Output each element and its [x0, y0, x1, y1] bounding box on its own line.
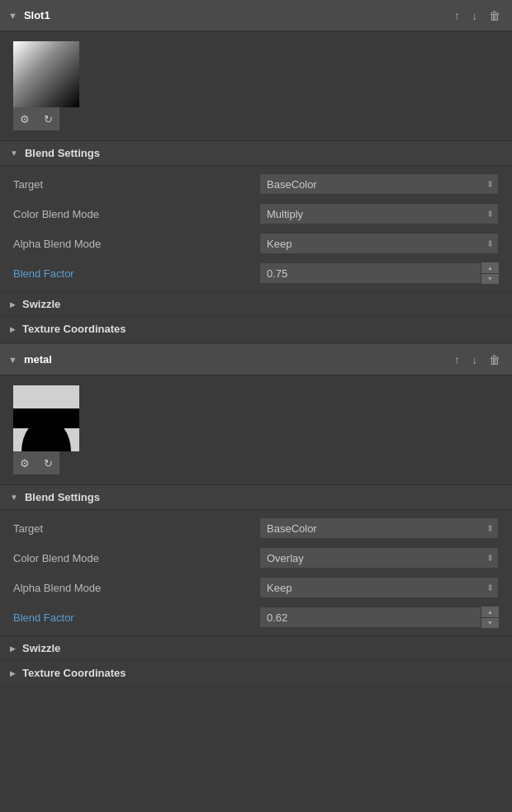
metal-color-blend-label: Color Blend Mode — [13, 552, 259, 564]
metal-target-label: Target — [13, 522, 259, 535]
metal-alpha-blend-control: Keep ⬍ — [259, 577, 499, 598]
metal-blend-factor-input[interactable] — [259, 607, 499, 628]
metal-blend-settings-header[interactable]: ▼ Blend Settings — [0, 484, 512, 510]
slot1-blend-settings-header[interactable]: ▼ Blend Settings — [0, 140, 512, 166]
metal-thumbnail-block: ⚙ ↻ — [13, 385, 79, 474]
slot1-container: ▼ Slot1 ↑ ↓ 🗑 ⚙ ↻ ▼ Blend Settings Targe… — [0, 0, 512, 341]
slot1-blend-factor-input[interactable] — [259, 262, 499, 284]
metal-texture-coords-chevron: ▶ — [10, 669, 16, 677]
metal-blend-factor-up-button[interactable] — [481, 607, 499, 618]
metal-blend-factor-row: Blend Factor — [0, 602, 512, 632]
metal-thumbnail-area: ⚙ ↻ — [0, 375, 512, 484]
slot1-target-control: BaseColor ⬍ — [259, 173, 499, 195]
slot1-swizzle-section[interactable]: ▶ Swizzle — [0, 291, 512, 316]
slot1-blend-factor-num-wrapper — [259, 262, 499, 284]
slot1-alpha-blend-select[interactable]: Keep — [259, 233, 499, 254]
slot1-blend-settings-chevron: ▼ — [10, 149, 18, 158]
slot1-alpha-blend-select-wrapper: Keep ⬍ — [259, 233, 499, 254]
metal-refresh-icon-button[interactable]: ↻ — [36, 451, 59, 474]
slot1-thumb-icons: ⚙ ↻ — [13, 107, 79, 130]
metal-color-blend-select-wrapper: Overlay ⬍ — [259, 547, 499, 569]
metal-target-select[interactable]: BaseColor — [259, 517, 499, 539]
slot1-header: ▼ Slot1 ↑ ↓ 🗑 — [0, 0, 512, 31]
slot1-thumbnail-area: ⚙ ↻ — [0, 31, 512, 140]
slot1-color-blend-control: Multiply ⬍ — [259, 203, 499, 224]
metal-blend-factor-down-button[interactable] — [481, 618, 499, 629]
slot1-texture-coords-chevron: ▶ — [10, 325, 16, 333]
slot1-blend-factor-control — [259, 262, 499, 284]
metal-header: ▼ metal ↑ ↓ 🗑 — [0, 344, 512, 375]
slot1-actions: ↑ ↓ 🗑 — [451, 7, 504, 24]
slot1-target-row: Target BaseColor ⬍ — [0, 169, 512, 199]
metal-alpha-blend-select-wrapper: Keep ⬍ — [259, 577, 499, 598]
slot1-texture-coords-section[interactable]: ▶ Texture Coordinates — [0, 316, 512, 341]
metal-move-up-button[interactable]: ↑ — [451, 352, 463, 368]
metal-actions: ↑ ↓ 🗑 — [451, 352, 504, 368]
slot1-alpha-blend-row: Alpha Blend Mode Keep ⬍ — [0, 229, 512, 258]
metal-target-select-wrapper: BaseColor ⬍ — [259, 517, 499, 539]
slot1-blend-settings-title: Blend Settings — [25, 147, 100, 159]
metal-swizzle-section[interactable]: ▶ Swizzle — [0, 635, 512, 660]
metal-texture-coords-section[interactable]: ▶ Texture Coordinates — [0, 660, 512, 685]
slot1-move-down-button[interactable]: ↓ — [468, 7, 481, 24]
metal-container: ▼ metal ↑ ↓ 🗑 ⚙ ↻ ▼ Blend Settings Targe… — [0, 344, 512, 685]
slot1-texture-coords-title: Texture Coordinates — [22, 323, 126, 335]
metal-alpha-blend-row: Alpha Blend Mode Keep ⬍ — [0, 573, 512, 602]
metal-swizzle-title: Swizzle — [22, 642, 60, 654]
metal-blend-settings-chevron: ▼ — [10, 493, 18, 502]
slot1-alpha-blend-label: Alpha Blend Mode — [13, 238, 259, 250]
metal-move-down-button[interactable]: ↓ — [468, 352, 481, 368]
slot1-swizzle-chevron: ▶ — [10, 300, 16, 309]
slot1-collapse-chevron[interactable]: ▼ — [8, 11, 17, 21]
metal-blend-factor-num-wrapper — [259, 607, 499, 628]
slot1-color-blend-row: Color Blend Mode Multiply ⬍ — [0, 199, 512, 229]
slot1-thumbnail — [13, 41, 79, 107]
metal-texture-coords-title: Texture Coordinates — [22, 667, 126, 679]
metal-target-row: Target BaseColor ⬍ — [0, 513, 512, 543]
metal-thumbnail — [13, 385, 79, 451]
metal-target-control: BaseColor ⬍ — [259, 517, 499, 539]
slot1-blend-factor-label: Blend Factor — [13, 267, 259, 280]
metal-settings-icon-button[interactable]: ⚙ — [13, 451, 36, 474]
metal-color-blend-select[interactable]: Overlay — [259, 547, 499, 569]
metal-delete-button[interactable]: 🗑 — [486, 352, 504, 368]
slot1-blend-factor-down-button[interactable] — [481, 274, 499, 285]
slot1-color-blend-label: Color Blend Mode — [13, 208, 259, 220]
slot1-blend-factor-arrows — [481, 262, 499, 284]
slot1-thumbnail-block: ⚙ ↻ — [13, 41, 79, 130]
slot1-target-select[interactable]: BaseColor — [259, 173, 499, 195]
metal-blend-factor-control — [259, 607, 499, 628]
slot1-blend-factor-row: Blend Factor — [0, 258, 512, 288]
slot1-properties-area: Target BaseColor ⬍ Color Blend Mode Mult… — [0, 166, 512, 291]
metal-alpha-blend-select[interactable]: Keep — [259, 577, 499, 598]
metal-name: metal — [24, 353, 451, 366]
metal-thumb-icons: ⚙ ↻ — [13, 451, 79, 474]
slot1-name: Slot1 — [24, 9, 451, 21]
slot1-settings-icon-button[interactable]: ⚙ — [13, 107, 36, 130]
metal-blend-factor-arrows — [481, 607, 499, 628]
slot1-blend-factor-up-button[interactable] — [481, 262, 499, 274]
slot1-color-blend-select-wrapper: Multiply ⬍ — [259, 203, 499, 224]
slot1-alpha-blend-control: Keep ⬍ — [259, 233, 499, 254]
metal-color-blend-row: Color Blend Mode Overlay ⬍ — [0, 543, 512, 573]
metal-color-blend-control: Overlay ⬍ — [259, 547, 499, 569]
metal-blend-settings-title: Blend Settings — [25, 491, 100, 503]
slot1-color-blend-select[interactable]: Multiply — [259, 203, 499, 224]
slot1-swizzle-title: Swizzle — [22, 298, 60, 310]
slot1-target-label: Target — [13, 178, 259, 191]
metal-properties-area: Target BaseColor ⬍ Color Blend Mode Over… — [0, 510, 512, 635]
metal-collapse-chevron[interactable]: ▼ — [8, 355, 17, 365]
metal-alpha-blend-label: Alpha Blend Mode — [13, 582, 259, 594]
metal-blend-factor-label: Blend Factor — [13, 611, 259, 624]
slot1-move-up-button[interactable]: ↑ — [451, 7, 463, 24]
slot1-target-select-wrapper: BaseColor ⬍ — [259, 173, 499, 195]
slot1-delete-button[interactable]: 🗑 — [486, 7, 504, 24]
metal-swizzle-chevron: ▶ — [10, 644, 16, 653]
slot1-refresh-icon-button[interactable]: ↻ — [36, 107, 59, 130]
